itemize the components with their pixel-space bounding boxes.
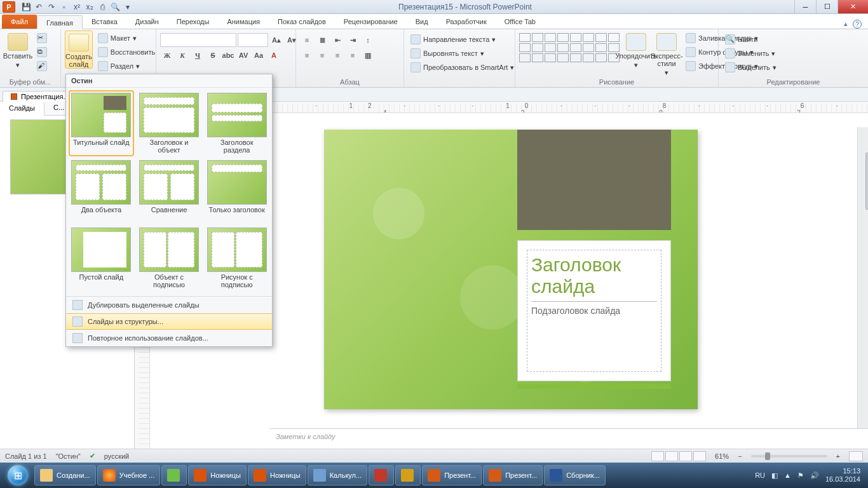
- slide-subtitle[interactable]: Подзаголовок слайда: [531, 306, 657, 316]
- indent-inc-icon[interactable]: ⇥: [346, 34, 360, 46]
- smartart-button[interactable]: Преобразовать в SmartArt ▾: [408, 61, 517, 74]
- paste-button[interactable]: Вставить ▾: [4, 30, 32, 69]
- taskbar-item[interactable]: Ножницы: [188, 465, 247, 485]
- section-button[interactable]: Раздел ▾: [95, 60, 158, 72]
- align-right-icon[interactable]: ≡: [330, 49, 344, 62]
- font-size-select[interactable]: [238, 33, 268, 47]
- taskbar-item[interactable]: [161, 465, 187, 485]
- qat-new-icon[interactable]: ▫: [58, 1, 70, 13]
- indent-dec-icon[interactable]: ⇤: [330, 34, 344, 46]
- layout-content-with-caption[interactable]: Объект с подписью: [138, 226, 201, 290]
- view-sorter-icon[interactable]: [665, 451, 678, 461]
- close-button[interactable]: ✕: [837, 0, 868, 13]
- taskbar-item[interactable]: Создани...: [34, 465, 96, 485]
- bullets-icon[interactable]: ≡: [300, 34, 314, 46]
- qat-undo-icon[interactable]: ↶: [33, 1, 44, 13]
- qat-redo-icon[interactable]: ↷: [46, 1, 57, 13]
- qat-more-icon[interactable]: ▾: [122, 1, 133, 13]
- zoom-value[interactable]: 61%: [715, 452, 729, 460]
- slide-title[interactable]: Заголовок слайда: [531, 254, 657, 297]
- taskbar-item[interactable]: Презент...: [422, 465, 482, 485]
- strike-button[interactable]: S: [206, 49, 220, 62]
- line-spacing-icon[interactable]: ↕: [361, 34, 375, 46]
- layout-picture-with-caption[interactable]: Рисунок с подписью: [205, 226, 268, 290]
- qat-sup-icon[interactable]: x²: [71, 1, 83, 13]
- slide[interactable]: Заголовок слайда Подзаголовок слайда: [324, 130, 698, 409]
- taskbar-item[interactable]: Учебное ...: [97, 465, 161, 485]
- qat-preview-icon[interactable]: 🔍: [109, 1, 121, 13]
- qat-save-icon[interactable]: 💾: [20, 1, 32, 13]
- view-slideshow-icon[interactable]: [693, 451, 706, 461]
- tray-language[interactable]: RU: [755, 471, 765, 479]
- zoom-slider[interactable]: [751, 455, 827, 458]
- tab-home[interactable]: Главная: [37, 15, 83, 29]
- tab-file[interactable]: Файл: [2, 15, 37, 29]
- tab-insert[interactable]: Вставка: [83, 15, 126, 29]
- taskbar-item[interactable]: Презент...: [483, 465, 543, 485]
- taskbar-item[interactable]: [395, 465, 421, 485]
- numbering-icon[interactable]: ≣: [315, 34, 329, 46]
- format-painter-button[interactable]: 🖌: [34, 60, 50, 72]
- pane-tab-slides[interactable]: Слайды: [0, 102, 44, 116]
- tray-clock[interactable]: 15:13 16.03.2014: [825, 467, 860, 484]
- help-icon[interactable]: ?: [853, 20, 862, 29]
- minimize-ribbon-icon[interactable]: ▴: [844, 20, 848, 29]
- gallery-slides-from-outline[interactable]: Слайды из структуры...: [66, 313, 272, 330]
- spacing-button[interactable]: AV: [236, 49, 250, 62]
- arrange-button[interactable]: Упорядочить▾: [622, 30, 650, 69]
- new-slide-button[interactable]: Создать слайд: [65, 30, 93, 69]
- underline-button[interactable]: Ч: [191, 49, 205, 62]
- taskbar-item[interactable]: Сборник...: [544, 465, 606, 485]
- qat-print-icon[interactable]: ⎙: [97, 1, 108, 13]
- start-button[interactable]: [3, 464, 33, 487]
- copy-button[interactable]: ⧉: [34, 46, 50, 58]
- qat-sub-icon[interactable]: x₂: [84, 1, 95, 13]
- tab-view[interactable]: Вид: [407, 15, 437, 29]
- shadow-button[interactable]: abc: [221, 49, 235, 62]
- tray-network-icon[interactable]: ◧: [771, 471, 778, 480]
- replace-button[interactable]: Заменить ▾: [722, 47, 779, 60]
- tab-review[interactable]: Рецензирование: [335, 15, 407, 29]
- select-button[interactable]: Выделить ▾: [722, 61, 779, 74]
- vertical-scrollbar[interactable]: [857, 127, 868, 449]
- title-card[interactable]: Заголовок слайда Подзаголовок слайда: [517, 240, 671, 381]
- reset-button[interactable]: Восстановить: [95, 46, 158, 58]
- tab-slideshow[interactable]: Показ слайдов: [269, 15, 335, 29]
- tray-action-center-icon[interactable]: ⚑: [797, 471, 804, 480]
- justify-icon[interactable]: ≡: [346, 49, 360, 62]
- case-button[interactable]: Aa: [252, 49, 266, 62]
- status-language[interactable]: русский: [104, 452, 129, 460]
- notes-pane[interactable]: Заметки к слайду: [269, 428, 868, 449]
- tab-animation[interactable]: Анимация: [218, 15, 269, 29]
- font-color-button[interactable]: A: [267, 49, 281, 62]
- layout-section-header[interactable]: Заголовок раздела: [205, 92, 268, 155]
- view-reading-icon[interactable]: [679, 451, 692, 461]
- tray-volume-icon[interactable]: 🔊: [810, 471, 819, 480]
- layout-title-slide[interactable]: Титульный слайд: [70, 92, 133, 155]
- minimize-button[interactable]: ─: [794, 0, 816, 13]
- font-family-select[interactable]: [160, 33, 236, 47]
- shapes-gallery[interactable]: [519, 30, 620, 62]
- layout-two-content[interactable]: Два объекта: [70, 159, 133, 222]
- tab-transitions[interactable]: Переходы: [168, 15, 219, 29]
- layout-title-and-content[interactable]: Заголовок и объект: [138, 92, 201, 155]
- tab-developer[interactable]: Разработчик: [437, 15, 496, 29]
- zoom-in-icon[interactable]: +: [836, 452, 840, 460]
- layout-button[interactable]: Макет ▾: [95, 32, 158, 44]
- bold-button[interactable]: Ж: [160, 49, 174, 62]
- view-normal-icon[interactable]: [651, 451, 664, 461]
- find-button[interactable]: 🔍Найти: [722, 33, 779, 46]
- tab-design[interactable]: Дизайн: [126, 15, 168, 29]
- align-text-button[interactable]: Выровнять текст ▾: [408, 47, 517, 60]
- layout-title-only[interactable]: Только заголовок: [205, 159, 268, 222]
- italic-button[interactable]: К: [175, 49, 189, 62]
- gallery-duplicate-slides[interactable]: Дублировать выделенные слайды: [66, 297, 272, 313]
- quick-styles-button[interactable]: Экспресс-стили▾: [653, 30, 681, 76]
- taskbar-item[interactable]: Ножницы: [248, 465, 306, 485]
- title-image-placeholder[interactable]: [517, 130, 671, 230]
- fit-to-window-icon[interactable]: [849, 451, 863, 461]
- columns-icon[interactable]: ▥: [361, 49, 375, 62]
- maximize-button[interactable]: ☐: [816, 0, 837, 13]
- layout-comparison[interactable]: Сравнение: [138, 159, 201, 222]
- zoom-out-icon[interactable]: −: [738, 452, 742, 460]
